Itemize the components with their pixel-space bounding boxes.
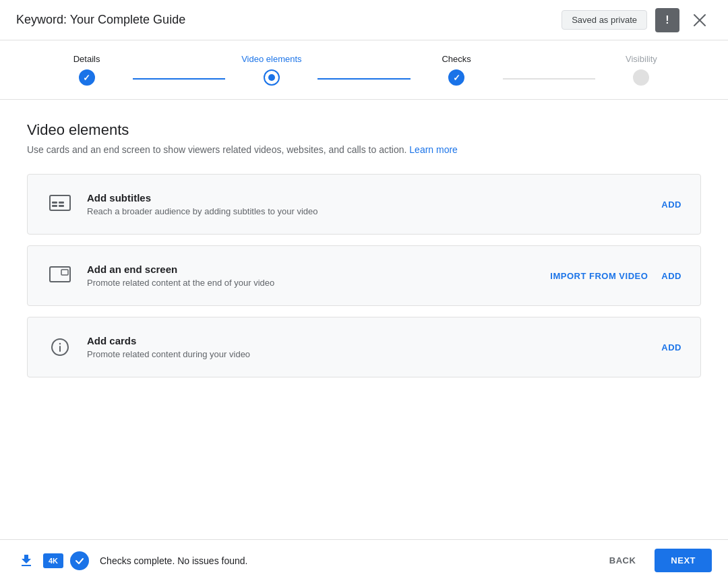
step-details: Details ✓ (40, 54, 133, 86)
alert-icon-button[interactable]: ! (655, 8, 679, 32)
alert-icon: ! (665, 14, 669, 26)
header-actions: Saved as private ! (562, 8, 712, 32)
active-dot (268, 74, 275, 81)
cards-card: Add cards Promote related content during… (27, 317, 701, 377)
svg-rect-6 (52, 202, 57, 204)
connector-2 (317, 78, 410, 80)
back-button[interactable]: BACK (599, 550, 647, 571)
import-from-video-button[interactable]: IMPORT FROM VIDEO (550, 271, 648, 281)
step-visibility-label: Visibility (626, 54, 657, 64)
close-icon (693, 13, 706, 27)
section-description: Use cards and an end screen to show view… (27, 144, 701, 155)
svg-rect-5 (59, 202, 64, 204)
end-screen-icon (47, 262, 73, 289)
step-details-label: Details (73, 54, 100, 64)
next-button[interactable]: NEXT (655, 549, 712, 572)
step-video-elements-label: Video elements (241, 54, 301, 64)
cards-icon (47, 334, 73, 361)
check-complete-badge (70, 551, 89, 570)
hd-badge: 4K (43, 553, 63, 568)
step-video-elements: Video elements (225, 54, 317, 86)
section-title: Video elements (27, 121, 701, 139)
end-screen-card: Add an end screen Promote related conten… (27, 245, 701, 306)
checkmark-icon: ✓ (83, 73, 90, 83)
check-icon (74, 555, 85, 566)
step-visibility: Visibility (595, 54, 688, 86)
end-screen-card-body: Add an end screen Promote related conten… (87, 264, 537, 288)
checkmark-icon-2: ✓ (453, 73, 460, 83)
step-video-elements-circle (264, 69, 280, 86)
cards-actions: ADD (661, 342, 681, 353)
end-screen-title: Add an end screen (87, 264, 537, 275)
connector-3 (503, 78, 595, 80)
cards-desc: Promote related content during your vide… (87, 349, 648, 359)
end-screen-desc: Promote related content at the end of yo… (87, 278, 537, 288)
svg-rect-8 (61, 270, 68, 275)
add-end-screen-button[interactable]: ADD (661, 271, 681, 281)
step-checks: Checks ✓ (411, 54, 503, 86)
cards-card-body: Add cards Promote related content during… (87, 335, 648, 359)
page-title: Keyword: Your Complete Guide (16, 13, 185, 27)
subtitles-card: Add subtitles Reach a broader audience b… (27, 174, 701, 235)
cards-title: Add cards (87, 335, 648, 346)
header: Keyword: Your Complete Guide Saved as pr… (0, 0, 728, 40)
svg-rect-4 (59, 205, 64, 207)
upload-icon-button[interactable] (16, 551, 36, 571)
stepper: Details ✓ Video elements Checks ✓ Visibi… (0, 40, 728, 100)
main-content: Video elements Use cards and an end scre… (0, 100, 728, 539)
add-subtitles-button[interactable]: ADD (661, 200, 681, 210)
footer-status: Checks complete. No issues found. (100, 555, 247, 566)
subtitles-title: Add subtitles (87, 192, 648, 204)
saved-badge: Saved as private (562, 10, 647, 30)
close-button[interactable] (688, 8, 712, 32)
add-cards-button[interactable]: ADD (661, 342, 681, 353)
subtitles-card-body: Add subtitles Reach a broader audience b… (87, 192, 648, 216)
svg-rect-3 (52, 205, 57, 207)
step-checks-circle: ✓ (448, 69, 464, 86)
subtitles-icon (47, 191, 73, 218)
step-checks-label: Checks (442, 54, 471, 64)
footer-left: 4K Checks complete. No issues found. (16, 551, 247, 571)
subtitles-desc: Reach a broader audience by adding subti… (87, 206, 648, 216)
footer-right: BACK NEXT (599, 549, 712, 572)
step-visibility-circle (633, 69, 649, 86)
connector-1 (133, 78, 225, 80)
step-details-circle: ✓ (79, 69, 95, 86)
footer: 4K Checks complete. No issues found. BAC… (0, 539, 728, 581)
upload-icon (18, 553, 34, 569)
end-screen-actions: IMPORT FROM VIDEO ADD (550, 271, 681, 281)
learn-more-link[interactable]: Learn more (409, 144, 458, 155)
subtitles-actions: ADD (661, 200, 681, 210)
